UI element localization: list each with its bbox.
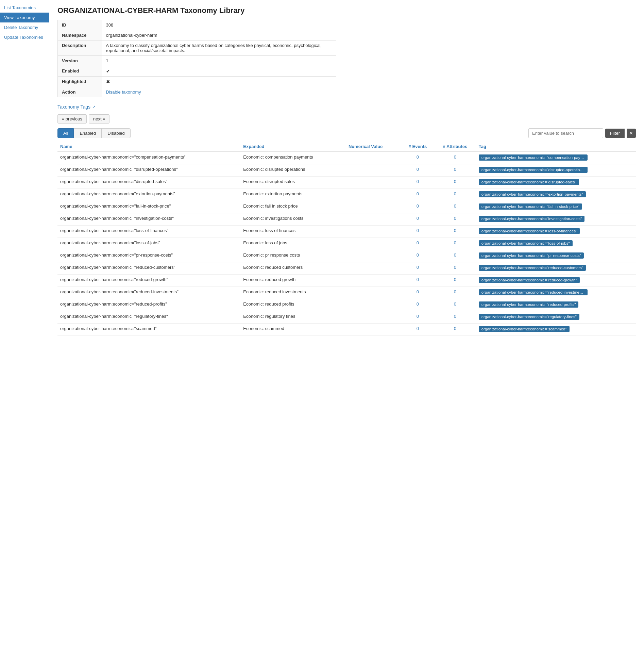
table-row: organizational-cyber-harm:economic="disr…: [57, 164, 636, 177]
sidebar-item-list-taxonomies[interactable]: List Taxonomies: [0, 3, 49, 13]
cell-name: organizational-cyber-harm:economic="fall…: [57, 201, 240, 213]
cell-attributes[interactable]: 0: [434, 152, 476, 164]
cell-expanded: Economic: scammed: [240, 324, 346, 336]
cell-attributes[interactable]: 0: [434, 189, 476, 201]
cell-attributes[interactable]: 0: [434, 324, 476, 336]
cell-attributes[interactable]: 0: [434, 164, 476, 177]
cell-attributes[interactable]: 0: [434, 201, 476, 213]
cell-events[interactable]: 0: [401, 324, 434, 336]
cell-numerical: [346, 164, 401, 177]
cell-events[interactable]: 0: [401, 238, 434, 250]
disable-taxonomy-link[interactable]: Disable taxonomy: [106, 89, 141, 95]
cell-events[interactable]: 0: [401, 226, 434, 238]
search-input[interactable]: [528, 128, 603, 138]
table-row: organizational-cyber-harm:economic="redu…: [57, 299, 636, 311]
cell-events[interactable]: 0: [401, 287, 434, 299]
enabled-toggle[interactable]: Enabled: [74, 128, 102, 138]
sidebar-item-delete-taxonomy[interactable]: Delete Taxonomy: [0, 22, 49, 32]
tag-badge: organizational-cyber-harm:economic="comp…: [479, 154, 588, 161]
info-table: ID 308 Namespace organizational-cyber-ha…: [57, 20, 336, 97]
sidebar-item-view-taxonomy[interactable]: View Taxonomy: [0, 13, 49, 22]
sidebar-item-update-taxonomies[interactable]: Update Taxonomies: [0, 32, 49, 42]
cell-events[interactable]: 0: [401, 299, 434, 311]
enabled-label: Enabled: [58, 66, 102, 77]
cell-name: organizational-cyber-harm:economic="regu…: [57, 311, 240, 324]
action-cell: Disable taxonomy: [102, 87, 336, 97]
cell-attributes[interactable]: 0: [434, 213, 476, 226]
cell-tag: organizational-cyber-harm:economic="scam…: [476, 324, 636, 336]
cell-tag: organizational-cyber-harm:economic="regu…: [476, 311, 636, 324]
cell-expanded: Economic: reduced growth: [240, 275, 346, 287]
cell-events[interactable]: 0: [401, 262, 434, 275]
prev-button[interactable]: « previous: [57, 114, 87, 124]
clear-button[interactable]: ✕: [627, 129, 636, 138]
cell-tag: organizational-cyber-harm:economic="loss…: [476, 226, 636, 238]
cell-name: organizational-cyber-harm:economic="loss…: [57, 226, 240, 238]
col-tag: Tag: [476, 142, 636, 152]
tag-badge: organizational-cyber-harm:economic="redu…: [479, 277, 580, 283]
cell-attributes[interactable]: 0: [434, 311, 476, 324]
cell-attributes[interactable]: 0: [434, 238, 476, 250]
cell-attributes[interactable]: 0: [434, 262, 476, 275]
cell-attributes[interactable]: 0: [434, 299, 476, 311]
cell-expanded: Economic: loss of finances: [240, 226, 346, 238]
search-area: Filter ✕: [528, 128, 636, 138]
cell-expanded: Economic: extortion payments: [240, 189, 346, 201]
tag-badge: organizational-cyber-harm:economic="exto…: [479, 191, 586, 197]
cell-name: organizational-cyber-harm:economic="disr…: [57, 164, 240, 177]
cell-events[interactable]: 0: [401, 275, 434, 287]
cell-expanded: Economic: pr response costs: [240, 250, 346, 262]
table-row: organizational-cyber-harm:economic="fall…: [57, 201, 636, 213]
tag-badge: organizational-cyber-harm:economic="inve…: [479, 216, 584, 222]
namespace-value: organizational-cyber-harm: [102, 30, 336, 40]
toggle-group: All Enabled Disabled: [57, 128, 131, 138]
cell-events[interactable]: 0: [401, 152, 434, 164]
cell-events[interactable]: 0: [401, 177, 434, 189]
id-value: 308: [102, 20, 336, 30]
table-row: organizational-cyber-harm:economic="loss…: [57, 238, 636, 250]
cell-numerical: [346, 262, 401, 275]
cell-attributes[interactable]: 0: [434, 275, 476, 287]
tag-badge: organizational-cyber-harm:economic="redu…: [479, 301, 579, 308]
namespace-label: Namespace: [58, 30, 102, 40]
cell-attributes[interactable]: 0: [434, 177, 476, 189]
cell-name: organizational-cyber-harm:economic="pr-r…: [57, 250, 240, 262]
col-attributes: # Attributes: [434, 142, 476, 152]
cell-events[interactable]: 0: [401, 213, 434, 226]
filter-button[interactable]: Filter: [605, 129, 625, 138]
table-row: organizational-cyber-harm:economic="redu…: [57, 287, 636, 299]
page-title: ORGANIZATIONAL-CYBER-HARM Taxonomy Libra…: [57, 6, 636, 15]
main-content: ORGANIZATIONAL-CYBER-HARM Taxonomy Libra…: [49, 0, 644, 655]
tag-badge: organizational-cyber-harm:economic="disr…: [479, 179, 579, 185]
cell-expanded: Economic: disrupted operations: [240, 164, 346, 177]
cell-tag: organizational-cyber-harm:economic="disr…: [476, 164, 636, 177]
cell-attributes[interactable]: 0: [434, 226, 476, 238]
cell-events[interactable]: 0: [401, 250, 434, 262]
cell-name: organizational-cyber-harm:economic="redu…: [57, 262, 240, 275]
external-link-icon: ↗: [92, 104, 96, 109]
cell-events[interactable]: 0: [401, 201, 434, 213]
cell-numerical: [346, 213, 401, 226]
cell-numerical: [346, 311, 401, 324]
tag-badge: organizational-cyber-harm:economic="regu…: [479, 314, 579, 320]
cell-events[interactable]: 0: [401, 311, 434, 324]
cell-expanded: Economic: disrupted sales: [240, 177, 346, 189]
table-row: organizational-cyber-harm:economic="pr-r…: [57, 250, 636, 262]
highlighted-label: Highlighted: [58, 77, 102, 87]
filter-row: All Enabled Disabled Filter ✕: [57, 128, 636, 138]
cell-numerical: [346, 201, 401, 213]
cell-events[interactable]: 0: [401, 189, 434, 201]
cell-name: organizational-cyber-harm:economic="inve…: [57, 213, 240, 226]
table-row: organizational-cyber-harm:economic="comp…: [57, 152, 636, 164]
cell-tag: organizational-cyber-harm:economic="pr-r…: [476, 250, 636, 262]
disabled-toggle[interactable]: Disabled: [102, 128, 131, 138]
next-button[interactable]: next »: [89, 114, 109, 124]
cell-attributes[interactable]: 0: [434, 287, 476, 299]
tag-badge: organizational-cyber-harm:economic="fall…: [479, 203, 582, 210]
cell-numerical: [346, 177, 401, 189]
cell-events[interactable]: 0: [401, 164, 434, 177]
cell-attributes[interactable]: 0: [434, 250, 476, 262]
all-toggle[interactable]: All: [57, 128, 74, 138]
cell-name: organizational-cyber-harm:economic="scam…: [57, 324, 240, 336]
taxonomy-tags-header[interactable]: Taxonomy Tags ↗: [57, 104, 636, 110]
